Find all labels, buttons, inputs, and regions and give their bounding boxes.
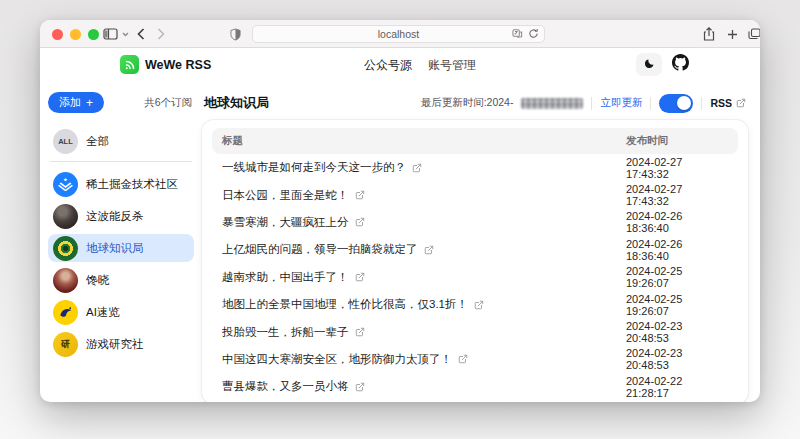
sidebar-item-juejin[interactable]: 稀土掘金技术社区 (48, 170, 194, 198)
sidebar-item-zhebo[interactable]: 这波能反杀 (48, 202, 194, 230)
publish-time: 2024-02-22 21:28:17 (626, 375, 728, 399)
article-link[interactable]: 越南求助，中国出手了！ (222, 270, 626, 285)
publish-time: 2024-02-26 18:36:40 (626, 210, 728, 234)
zoom-window-button[interactable] (88, 29, 99, 40)
update-now-link[interactable]: 立即更新 (600, 96, 642, 110)
avatar-photo (53, 268, 78, 293)
app-name: WeWe RSS (145, 58, 211, 72)
publish-time: 2024-02-27 17:43:32 (626, 156, 728, 180)
article-link[interactable]: 中国这四大寒潮安全区，地形防御力太顶了！ (222, 352, 626, 367)
sidebar-item-all[interactable]: ALL 全部 (48, 127, 194, 155)
avatar-game: 研 (53, 332, 78, 357)
table-row: 暴雪寒潮，大疆疯狂上分 2024-02-26 18:36:40 (212, 209, 738, 236)
sidebar-item-label: 游戏研究社 (86, 337, 144, 352)
avatar-juejin (53, 172, 78, 197)
external-link-icon (355, 382, 365, 392)
avatar-dolphin (53, 300, 78, 325)
publish-time: 2024-02-25 19:26:07 (626, 265, 728, 289)
publish-time: 2024-02-26 18:36:40 (626, 238, 728, 262)
table-header: 标题 发布时间 (212, 128, 738, 154)
github-link-icon[interactable] (672, 54, 689, 75)
subscription-count: 共6个订阅 (144, 96, 192, 110)
publish-time: 2024-02-23 20:48:53 (626, 320, 728, 344)
add-subscription-button[interactable]: 添加 + (48, 92, 104, 113)
table-row: 一线城市是如何走到今天这一步的？ 2024-02-27 17:43:32 (212, 154, 738, 181)
new-tab-icon[interactable] (727, 25, 738, 43)
article-link[interactable]: 地图上的全景中国地理，性价比很高，仅3.1折！ (222, 297, 626, 312)
sidebar-item-aisulan[interactable]: AI速览 (48, 298, 194, 326)
sidebar-item-diqiu-selected[interactable]: 地球知识局 (48, 234, 194, 262)
top-nav: 公众号源 账号管理 (364, 48, 476, 82)
forward-button[interactable] (157, 25, 165, 43)
sidebar-divider (50, 161, 192, 162)
sidebar-toggle-icon[interactable] (103, 25, 118, 43)
external-link-icon (736, 98, 746, 108)
external-link-icon (355, 327, 365, 337)
external-link-icon (458, 354, 468, 364)
share-icon[interactable] (703, 25, 715, 43)
table-row: 上亿烟民的问题，领导一拍脑袋就定了 2024-02-26 18:36:40 (212, 236, 738, 263)
sidebar-item-label: 稀土掘金技术社区 (86, 177, 178, 192)
nav-item-accounts[interactable]: 账号管理 (428, 57, 476, 74)
minimize-window-button[interactable] (70, 29, 81, 40)
external-link-icon (355, 272, 365, 282)
table-row: 越南求助，中国出手了！ 2024-02-25 19:26:07 (212, 264, 738, 291)
moon-icon (643, 56, 655, 74)
sidebar-item-youyanshe[interactable]: 研 游戏研究社 (48, 330, 194, 358)
plus-icon: + (86, 97, 93, 109)
feed-title: 地球知识局 (204, 94, 269, 112)
table-row: 投胎毁一生，拆船一辈子 2024-02-23 20:48:53 (212, 318, 738, 345)
sidebar-item-label: 地球知识局 (86, 241, 144, 256)
table-row: 地图上的全景中国地理，性价比很高，仅3.1折！ 2024-02-25 19:26… (212, 291, 738, 318)
sidebar-item-label: AI速览 (86, 305, 120, 320)
external-link-icon (412, 163, 422, 173)
article-link[interactable]: 投胎毁一生，拆船一辈子 (222, 325, 626, 340)
article-link[interactable]: 上亿烟民的问题，领导一拍脑袋就定了 (222, 242, 626, 257)
tab-overview-icon[interactable] (748, 25, 760, 43)
publish-time: 2024-02-27 17:43:32 (626, 183, 728, 207)
address-bar[interactable]: localhost (252, 25, 545, 43)
reload-icon[interactable] (528, 28, 539, 41)
articles-table: 标题 发布时间 一线城市是如何走到今天这一步的？ 2024-02-27 17:4… (202, 120, 748, 402)
article-link[interactable]: 一线城市是如何走到今天这一步的？ (222, 160, 626, 175)
wewe-rss-logo-icon (120, 55, 139, 74)
page-translate-icon[interactable] (512, 28, 523, 41)
privacy-shield-icon[interactable] (230, 25, 241, 43)
nav-item-sources[interactable]: 公众号源 (364, 57, 412, 74)
table-row: 曹县爆款，又多一员小将 2024-02-22 21:28:17 (212, 373, 738, 400)
sidebar-item-chanxiao[interactable]: 馋晓 (48, 266, 194, 294)
external-link-icon (355, 190, 365, 200)
app-header: WeWe RSS 公众号源 账号管理 (40, 48, 760, 82)
back-button[interactable] (137, 25, 145, 43)
app-brand[interactable]: WeWe RSS (120, 55, 211, 74)
address-bar-url: localhost (378, 28, 419, 40)
avatar-photo (53, 204, 78, 229)
feed-enabled-toggle[interactable] (659, 94, 693, 113)
table-row: 中国这四大寒潮安全区，地形防御力太顶了！ 2024-02-23 20:48:53 (212, 346, 738, 373)
article-link[interactable]: 曹县爆款，又多一员小将 (222, 379, 626, 394)
browser-window: localhost (40, 20, 760, 402)
chevron-down-icon[interactable] (122, 25, 129, 43)
sidebar-item-label: 全部 (86, 134, 109, 149)
article-link[interactable]: 日本公园，里面全是蛇！ (222, 188, 626, 203)
external-link-icon (424, 245, 434, 255)
feed-panel: 地球知识局 最后更新时间:2024- 立即更新 RSS (202, 92, 748, 401)
close-window-button[interactable] (52, 29, 63, 40)
publish-time: 2024-02-23 20:48:53 (626, 347, 728, 371)
external-link-icon (355, 217, 365, 227)
sidebar-item-label: 馋晓 (86, 273, 109, 288)
redacted-timestamp (521, 98, 583, 109)
external-link-icon (474, 300, 484, 310)
article-link[interactable]: 暴雪寒潮，大疆疯狂上分 (222, 215, 626, 230)
sidebar-item-label: 这波能反杀 (86, 209, 144, 224)
browser-toolbar: localhost (40, 20, 760, 48)
last-update-label: 最后更新时间:2024- (421, 96, 514, 110)
rss-link[interactable]: RSS (710, 97, 746, 109)
subscription-sidebar: 添加 + 共6个订阅 ALL 全部 稀土掘金技术社区 (48, 92, 194, 401)
avatar-all: ALL (53, 129, 78, 154)
avatar-globe (53, 236, 78, 261)
dark-mode-toggle-button[interactable] (636, 53, 662, 76)
table-row: 日本公园，里面全是蛇！ 2024-02-27 17:43:32 (212, 181, 738, 208)
publish-time: 2024-02-25 19:26:07 (626, 293, 728, 317)
column-header-time: 发布时间 (626, 134, 728, 148)
